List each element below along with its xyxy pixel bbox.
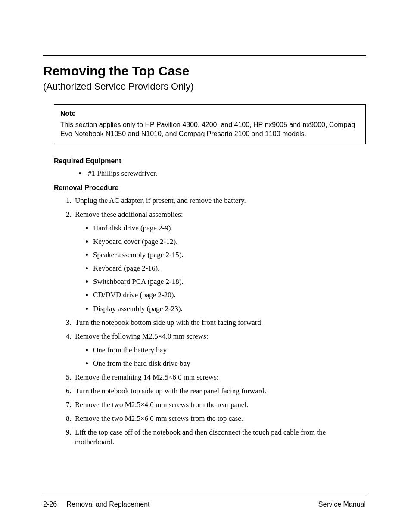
page-number: 2-26 [43, 501, 57, 508]
list-item: Display assembly (page 2-23). [93, 304, 366, 314]
step-text: Turn the notebook top side up with the r… [75, 387, 266, 395]
list-item: Remove the two M2.5×4.0 mm screws from t… [73, 400, 366, 410]
list-item: Turn the notebook top side up with the r… [73, 386, 366, 396]
note-box: Note This section applies only to HP Pav… [54, 104, 366, 144]
list-item: Unplug the AC adapter, if present, and r… [73, 196, 366, 205]
note-label: Note [60, 109, 359, 118]
page-title: Removing the Top Case [43, 64, 366, 78]
step-text: Remove the remaining 14 M2.5×6.0 mm scre… [75, 373, 218, 381]
list-item: Keyboard cover (page 2-12). [93, 237, 366, 246]
bottom-rule [43, 496, 366, 496]
page-content: Removing the Top Case (Authorized Servic… [43, 55, 366, 504]
footer-row: 2-26 Removal and Replacement Service Man… [43, 501, 366, 508]
list-item: Speaker assembly (page 2-15). [93, 250, 366, 260]
equipment-list: #1 Phillips screwdriver. [86, 169, 366, 178]
list-item: Hard disk drive (page 2-9). [93, 224, 366, 233]
step-text: Remove the following M2.5×4.0 mm screws: [75, 332, 208, 340]
note-body: This section applies only to HP Pavilion… [60, 121, 355, 138]
list-item: Turn the notebook bottom side up with th… [73, 318, 366, 327]
list-item: Switchboard PCA (page 2-18). [93, 277, 366, 286]
list-item: Lift the top case off of the notebook an… [73, 428, 366, 447]
list-item: One from the battery bay [93, 345, 366, 355]
footer-doc: Service Manual [318, 501, 366, 508]
step-text: Turn the notebook bottom side up with th… [75, 318, 263, 327]
list-item: One from the hard disk drive bay [93, 359, 366, 368]
page-footer: 2-26 Removal and Replacement Service Man… [43, 496, 366, 508]
list-item: Remove these additional assemblies: Hard… [73, 210, 366, 314]
sub-list: Hard disk drive (page 2-9). Keyboard cov… [93, 224, 366, 314]
top-rule [43, 55, 366, 56]
sub-list: One from the battery bay One from the ha… [93, 345, 366, 368]
list-item: #1 Phillips screwdriver. [86, 169, 366, 178]
list-item: Keyboard (page 2-16). [93, 264, 366, 273]
step-text: Remove the two M2.5×4.0 mm screws from t… [75, 401, 248, 409]
footer-left: 2-26 Removal and Replacement [43, 501, 149, 508]
list-item: Remove the remaining 14 M2.5×6.0 mm scre… [73, 373, 366, 382]
page-subtitle: (Authorized Service Providers Only) [43, 81, 366, 92]
step-text: Remove the two M2.5×6.0 mm screws from t… [75, 414, 243, 423]
step-text: Lift the top case off of the notebook an… [75, 428, 326, 446]
procedure-list: Unplug the AC adapter, if present, and r… [73, 196, 366, 447]
procedure-heading: Removal Procedure [54, 184, 366, 192]
equipment-heading: Required Equipment [54, 157, 366, 165]
footer-section: Removal and Replacement [66, 501, 149, 508]
list-item: Remove the following M2.5×4.0 mm screws:… [73, 332, 366, 368]
step-text: Remove these additional assemblies: [75, 210, 183, 218]
list-item: Remove the two M2.5×6.0 mm screws from t… [73, 414, 366, 423]
step-text: Unplug the AC adapter, if present, and r… [75, 196, 246, 205]
list-item: CD/DVD drive (page 2-20). [93, 290, 366, 300]
